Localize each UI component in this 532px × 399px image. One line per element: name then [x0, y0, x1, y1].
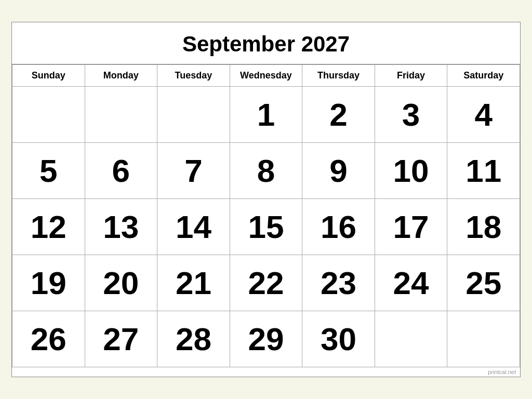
- empty-cell: [85, 87, 157, 143]
- day-cell-7: 7: [157, 143, 230, 199]
- day-cell-2: 2: [302, 87, 375, 143]
- day-cell-12: 12: [12, 199, 85, 255]
- empty-cell: [12, 87, 85, 143]
- empty-cell: [447, 311, 520, 367]
- empty-cell: [157, 87, 230, 143]
- week-row-5: 2627282930: [12, 311, 520, 367]
- day-cell-22: 22: [230, 255, 302, 311]
- empty-cell: [375, 311, 447, 367]
- day-cell-14: 14: [157, 199, 230, 255]
- day-cell-18: 18: [447, 199, 520, 255]
- day-cell-8: 8: [230, 143, 302, 199]
- day-cell-26: 26: [12, 311, 85, 367]
- day-cell-15: 15: [230, 199, 302, 255]
- day-cell-25: 25: [447, 255, 520, 311]
- calendar-title: September 2027: [12, 22, 520, 64]
- week-row-1: 1234: [12, 87, 520, 143]
- day-cell-9: 9: [302, 143, 375, 199]
- day-header-wednesday: Wednesday: [230, 65, 302, 87]
- calendar-table: SundayMondayTuesdayWednesdayThursdayFrid…: [12, 64, 520, 367]
- day-cell-23: 23: [302, 255, 375, 311]
- calendar-container: September 2027 SundayMondayTuesdayWednes…: [11, 22, 521, 377]
- day-cell-5: 5: [12, 143, 85, 199]
- week-row-4: 19202122232425: [12, 255, 520, 311]
- day-header-monday: Monday: [85, 65, 157, 87]
- week-row-2: 567891011: [12, 143, 520, 199]
- day-header-sunday: Sunday: [12, 65, 85, 87]
- day-cell-11: 11: [447, 143, 520, 199]
- day-cell-1: 1: [230, 87, 302, 143]
- day-cell-24: 24: [375, 255, 447, 311]
- day-cell-17: 17: [375, 199, 447, 255]
- watermark: printcal.net: [12, 367, 520, 377]
- day-cell-19: 19: [12, 255, 85, 311]
- day-cell-21: 21: [157, 255, 230, 311]
- day-cell-6: 6: [85, 143, 157, 199]
- day-header-friday: Friday: [375, 65, 447, 87]
- day-cell-4: 4: [447, 87, 520, 143]
- day-header-saturday: Saturday: [447, 65, 520, 87]
- day-cell-3: 3: [375, 87, 447, 143]
- day-cell-13: 13: [85, 199, 157, 255]
- day-cell-16: 16: [302, 199, 375, 255]
- week-row-3: 12131415161718: [12, 199, 520, 255]
- days-header-row: SundayMondayTuesdayWednesdayThursdayFrid…: [12, 65, 520, 87]
- day-cell-30: 30: [302, 311, 375, 367]
- day-cell-29: 29: [230, 311, 302, 367]
- day-header-thursday: Thursday: [302, 65, 375, 87]
- day-cell-10: 10: [375, 143, 447, 199]
- day-cell-27: 27: [85, 311, 157, 367]
- day-cell-28: 28: [157, 311, 230, 367]
- day-cell-20: 20: [85, 255, 157, 311]
- day-header-tuesday: Tuesday: [157, 65, 230, 87]
